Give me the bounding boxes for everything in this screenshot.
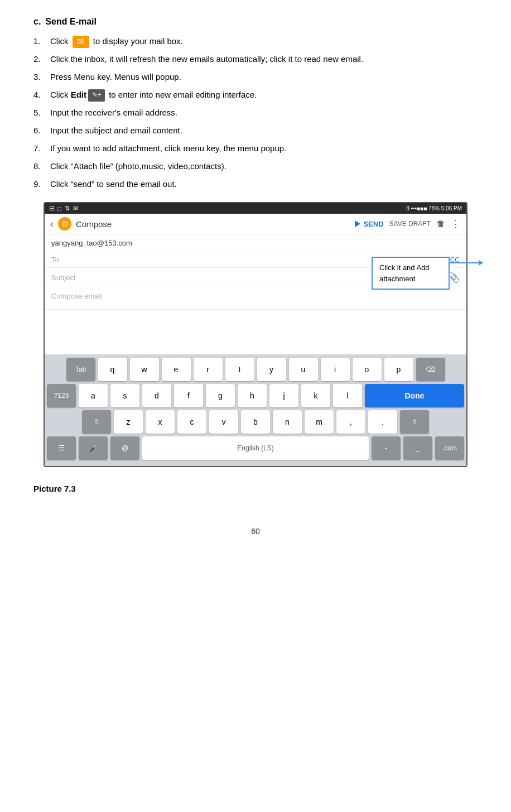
key-y[interactable]: y [257, 358, 286, 381]
email-toolbar[interactable]: ‹ @ Compose SEND SAVE DRAFT 🗑 ⋮ [45, 214, 466, 234]
key-z[interactable]: z [114, 410, 143, 434]
sync-icon: ⇅ [65, 205, 70, 212]
step-num-3: 3. [33, 70, 41, 84]
callout-text: Click it and Add attachment [379, 263, 430, 283]
step-8: 8. Click “Attach file” (photo,music, vid… [33, 160, 478, 173]
logo-letter: @ [61, 220, 68, 228]
callout-arrow-icon [450, 262, 483, 263]
step-7-text: If you want to add attachment, click men… [50, 143, 286, 153]
section-header: c. Send E-mail [33, 17, 478, 27]
key-v[interactable]: v [209, 410, 238, 434]
key-period[interactable]: . [368, 410, 397, 434]
trash-button[interactable]: 🗑 [436, 219, 445, 229]
toolbar-title: Compose [76, 219, 350, 229]
key-q[interactable]: q [98, 358, 127, 381]
send-button[interactable]: SEND [355, 220, 383, 228]
notification-icon: ⊟ [49, 205, 54, 212]
status-right-text: 8 •••■■■ 78% 5:06 PM [406, 205, 462, 212]
key-num-switch[interactable]: ?123 [47, 384, 76, 407]
step-2-text: Click the inbox, it will refresh the new… [50, 54, 363, 64]
key-c[interactable]: c [177, 410, 206, 434]
key-j[interactable]: j [269, 384, 298, 407]
more-button[interactable]: ⋮ [451, 218, 461, 230]
mail-icon [73, 36, 89, 48]
step-num-9: 9. [33, 177, 41, 191]
key-w[interactable]: w [130, 358, 159, 381]
step-4-text: Click Edit to enter into new email editi… [50, 90, 257, 99]
back-button[interactable]: ‹ [50, 218, 54, 230]
key-tab[interactable]: Tab [66, 358, 95, 381]
step-1-text: Click to display your mail box. [50, 36, 183, 46]
step-5: 5. Input the receiver's email address. [33, 106, 478, 119]
key-settings[interactable]: ☰ [47, 436, 76, 460]
key-t[interactable]: t [225, 358, 254, 381]
step-1: 1. Click to display your mail box. [33, 35, 478, 48]
phone-screenshot: ⊟ □ ⇅ ✉ 8 •••■■■ 78% 5:06 PM ‹ @ Compose… [44, 202, 467, 467]
page-number: 60 [33, 527, 478, 536]
email-body-space [45, 310, 466, 354]
key-a[interactable]: a [79, 384, 108, 407]
status-bar-left: ⊟ □ ⇅ ✉ [49, 205, 78, 212]
key-underscore[interactable]: _ [403, 436, 432, 460]
toolbar-actions: SEND SAVE DRAFT 🗑 ⋮ [355, 218, 461, 230]
key-shift-right[interactable]: ⇧ [400, 410, 429, 434]
key-p[interactable]: p [384, 358, 413, 381]
to-placeholder: To [51, 256, 59, 264]
key-comma[interactable]: , [336, 410, 365, 434]
compose-icon [88, 89, 105, 102]
send-arrow-icon [355, 220, 360, 227]
save-draft-button[interactable]: SAVE DRAFT [389, 220, 431, 228]
key-g[interactable]: g [206, 384, 235, 407]
step-num-2: 2. [33, 52, 41, 66]
key-backspace[interactable]: ⌫ [416, 358, 445, 381]
step-8-text: Click “Attach file” (photo,music, video,… [50, 161, 226, 171]
key-k[interactable]: k [301, 384, 330, 407]
section-title: Send E-mail [45, 17, 97, 27]
key-d[interactable]: d [142, 384, 171, 407]
key-s[interactable]: s [110, 384, 139, 407]
key-h[interactable]: h [238, 384, 267, 407]
key-n[interactable]: n [273, 410, 302, 434]
key-mic[interactable]: 🎤 [79, 436, 108, 460]
email-compose-row[interactable]: Compose email [45, 287, 466, 310]
callout-container: Click it and Add attachment [372, 257, 450, 290]
step-7: 7. If you want to add attachment, click … [33, 142, 478, 155]
from-email-address: yangyang_tao@153.com [51, 239, 132, 247]
key-f[interactable]: f [174, 384, 203, 407]
step-num-5: 5. [33, 106, 41, 119]
key-at[interactable]: @ [110, 436, 139, 460]
steps-list: 1. Click to display your mail box. 2. Cl… [33, 35, 478, 191]
step-3: 3. Press Menu key. Menus will popup. [33, 70, 478, 84]
keyboard-row-1: Tab q w e r t y u i o p ⌫ [47, 358, 464, 381]
status-bar-right: 8 •••■■■ 78% 5:06 PM [406, 205, 462, 212]
sim-icon: □ [57, 205, 61, 212]
keyboard-row-3: ⇧ z x c v b n m , . ⇧ [47, 410, 464, 434]
key-space[interactable]: English (LS) [142, 436, 369, 460]
step-num-6: 6. [33, 124, 41, 137]
key-e[interactable]: e [162, 358, 191, 381]
step-num-8: 8. [33, 160, 41, 173]
compose-placeholder: Compose email [51, 292, 102, 300]
step-3-text: Press Menu key. Menus will popup. [50, 72, 181, 81]
keyboard-row-4: ☰ 🎤 @ English (LS) - _ .com [47, 436, 464, 460]
key-done[interactable]: Done [365, 384, 464, 407]
key-r[interactable]: r [194, 358, 223, 381]
step-5-text: Input the receiver's email address. [50, 108, 177, 117]
email-logo: @ [58, 217, 71, 230]
picture-caption: Picture 7.3 [33, 484, 478, 493]
step-num-4: 4. [33, 88, 41, 102]
step-6: 6. Input the subject and email content. [33, 124, 478, 137]
step-4: 4. Click Edit to enter into new email ed… [33, 88, 478, 102]
key-b[interactable]: b [241, 410, 270, 434]
key-l[interactable]: l [333, 384, 362, 407]
key-u[interactable]: u [289, 358, 318, 381]
send-label: SEND [363, 220, 383, 228]
key-i[interactable]: i [321, 358, 350, 381]
key-o[interactable]: o [353, 358, 382, 381]
key-dotcom[interactable]: .com [435, 436, 464, 460]
key-dash[interactable]: - [372, 436, 401, 460]
key-shift-left[interactable]: ⇧ [82, 410, 111, 434]
key-x[interactable]: x [146, 410, 175, 434]
key-m[interactable]: m [305, 410, 334, 434]
step-9: 9. Click “send” to send the email out. [33, 177, 478, 191]
